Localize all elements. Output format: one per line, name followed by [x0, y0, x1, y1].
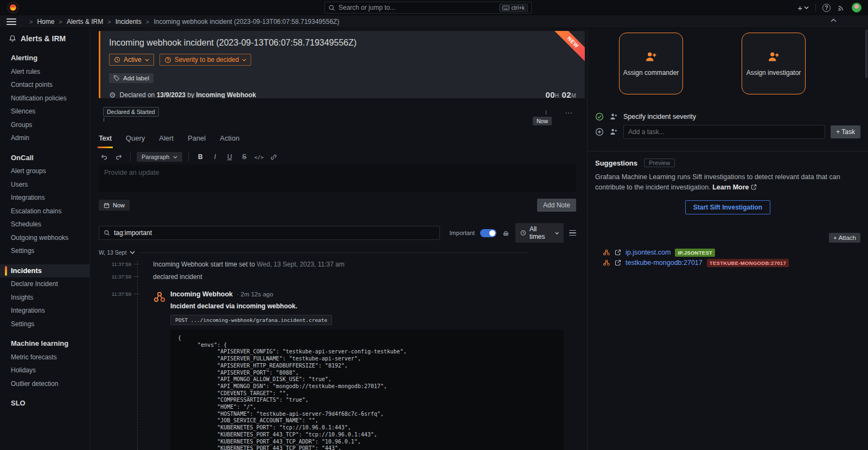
- important-toggle-label: Important: [450, 230, 475, 236]
- add-new-button[interactable]: +: [797, 3, 809, 12]
- task-list: Specify incident severity + Task: [588, 110, 868, 139]
- tab[interactable]: Alert: [159, 134, 174, 148]
- breadcrumb-link[interactable]: Incoming webhook incident (2023-09-13T06…: [154, 18, 339, 26]
- add-note-button[interactable]: Add Note: [537, 199, 576, 212]
- check-circle-icon[interactable]: [595, 112, 604, 121]
- breadcrumb-link[interactable]: Incidents: [116, 18, 142, 26]
- sidebar-item[interactable]: Admin: [0, 131, 90, 145]
- sidebar-item[interactable]: Silences: [0, 105, 90, 118]
- note-tabs: Text Query Alert Panel Action: [99, 134, 576, 148]
- task-label[interactable]: Specify incident severity: [623, 113, 696, 121]
- underline-button[interactable]: U: [224, 151, 235, 162]
- sidebar-item[interactable]: SLO: [0, 397, 90, 410]
- severity-dropdown[interactable]: Severity to be decided: [159, 54, 252, 66]
- event-time: 11:37:59: [106, 273, 131, 281]
- chevron-down-icon: [242, 59, 246, 61]
- help-icon[interactable]: ?: [822, 4, 831, 12]
- breadcrumb-separator: >: [107, 18, 111, 25]
- redo-icon[interactable]: [113, 151, 124, 162]
- webhook-payload-code[interactable]: { "envs": { "APISERVER_CONFIG": "testkub…: [170, 329, 564, 450]
- learn-more-link[interactable]: Learn More: [712, 183, 757, 191]
- sidebar: Alerts & IRM Alerting Alert rules Contac…: [0, 28, 90, 450]
- sidebar-item[interactable]: Holidays: [0, 364, 90, 377]
- add-label-button[interactable]: Add label: [109, 73, 154, 83]
- breadcrumb-link[interactable]: Home: [37, 18, 54, 26]
- sidebar-item[interactable]: Outlier detection: [0, 377, 90, 391]
- sidebar-item[interactable]: Users: [0, 178, 90, 192]
- sidebar-item[interactable]: Declare Incident: [0, 277, 90, 291]
- sidebar-item[interactable]: Alerting: [0, 52, 90, 65]
- update-editor[interactable]: Provide an update: [99, 164, 576, 192]
- incognito-filter-icon[interactable]: [502, 229, 510, 237]
- sidebar-item[interactable]: Alert rules: [0, 65, 90, 79]
- sidebar-item[interactable]: Alert groups: [0, 164, 90, 178]
- undo-icon[interactable]: [99, 151, 110, 162]
- sidebar-item[interactable]: Integrations: [0, 304, 90, 318]
- global-search[interactable]: Search or jump to... ctrl+k: [324, 2, 532, 14]
- scrollbar-thumb[interactable]: [865, 29, 867, 78]
- code-button[interactable]: </>: [253, 151, 264, 162]
- assign-investigator-button[interactable]: Assign investigator: [742, 33, 806, 94]
- start-sift-button[interactable]: Start Sift Investigation: [685, 200, 770, 214]
- time-range-dropdown[interactable]: All times: [515, 223, 564, 243]
- attachment-link[interactable]: testkube-mongodb:27017: [626, 259, 703, 267]
- search-icon: [104, 230, 110, 236]
- bold-button[interactable]: B: [195, 151, 206, 162]
- tab[interactable]: Action: [220, 134, 239, 148]
- paragraph-style-select[interactable]: Paragraph: [137, 152, 182, 162]
- breadcrumb-item: > Incoming webhook incident (2023-09-13T…: [142, 18, 340, 26]
- sidebar-item[interactable]: Integrations: [0, 191, 90, 205]
- assignee-person-plus-icon[interactable]: [609, 128, 618, 136]
- feed-search-field[interactable]: [99, 226, 440, 240]
- timestamp-now-button[interactable]: Now: [99, 200, 130, 211]
- feed-date-label[interactable]: W, 13 Sept: [99, 249, 135, 256]
- sidebar-item[interactable]: Notification policies: [0, 92, 90, 105]
- sidebar-item[interactable]: Escalation chains: [0, 205, 90, 218]
- sidebar-item[interactable]: Schedules: [0, 218, 90, 231]
- editor-toolbar: Paragraph B I U S </>: [99, 150, 576, 163]
- sidebar-app-title[interactable]: Alerts & IRM: [0, 32, 90, 45]
- important-toggle[interactable]: [480, 229, 496, 237]
- plus-circle-icon[interactable]: [595, 128, 604, 136]
- feed-search-input[interactable]: [114, 229, 435, 237]
- suggestions-description: Grafana Machine Learning runs Sift inves…: [595, 172, 846, 193]
- tab[interactable]: Query: [126, 134, 145, 148]
- attachment-list: ip.jsontest.com IP.JSONTEST testkube-mon…: [595, 248, 860, 268]
- add-task-input[interactable]: [623, 125, 825, 139]
- attachment-link[interactable]: ip.jsontest.com: [626, 249, 671, 256]
- timeline-more-button[interactable]: ...: [565, 107, 573, 115]
- breadcrumb-link[interactable]: Alerts & IRM: [67, 18, 103, 26]
- request-endpoint-chip: POST .../incoming-webhook/grafana.incide…: [170, 315, 332, 325]
- sidebar-item[interactable]: Insights: [0, 291, 90, 305]
- sidebar-nav: Alerting Alert rules Contact points Noti…: [0, 52, 90, 410]
- menu-toggle-icon[interactable]: [7, 18, 16, 25]
- sidebar-item[interactable]: Settings: [0, 244, 90, 258]
- status-dropdown[interactable]: Active: [109, 54, 154, 66]
- sidebar-item[interactable]: Incidents: [0, 264, 90, 278]
- tab[interactable]: Panel: [188, 134, 206, 148]
- attach-button[interactable]: + Attach: [829, 233, 860, 243]
- sidebar-item[interactable]: Machine learning: [0, 337, 90, 351]
- italic-button[interactable]: I: [209, 151, 220, 162]
- sidebar-item[interactable]: Outgoing webhooks: [0, 231, 90, 245]
- sidebar-item[interactable]: Contact points: [0, 78, 90, 92]
- user-avatar[interactable]: [852, 3, 861, 12]
- sidebar-item[interactable]: Settings: [0, 318, 90, 331]
- external-link-icon[interactable]: [615, 249, 621, 256]
- external-link-icon[interactable]: [615, 259, 621, 266]
- news-rss-icon[interactable]: [837, 4, 845, 12]
- sidebar-item[interactable]: Metric forecasts: [0, 351, 90, 364]
- feed-view-options-icon[interactable]: [569, 230, 576, 236]
- strikethrough-button[interactable]: S: [239, 151, 250, 162]
- grafana-logo-icon[interactable]: [8, 2, 18, 13]
- tab[interactable]: Text: [99, 134, 112, 148]
- sidebar-item[interactable]: OnCall: [0, 151, 90, 165]
- sidebar-item[interactable]: Groups: [0, 118, 90, 132]
- assign-commander-button[interactable]: Assign commander: [619, 33, 683, 94]
- assignee-person-plus-icon[interactable]: [609, 112, 618, 121]
- breadcrumb-separator: >: [146, 18, 149, 25]
- link-button[interactable]: [268, 151, 279, 162]
- add-task-button[interactable]: + Task: [831, 125, 860, 138]
- search-icon: [328, 4, 335, 11]
- collapse-up-icon[interactable]: [831, 18, 837, 22]
